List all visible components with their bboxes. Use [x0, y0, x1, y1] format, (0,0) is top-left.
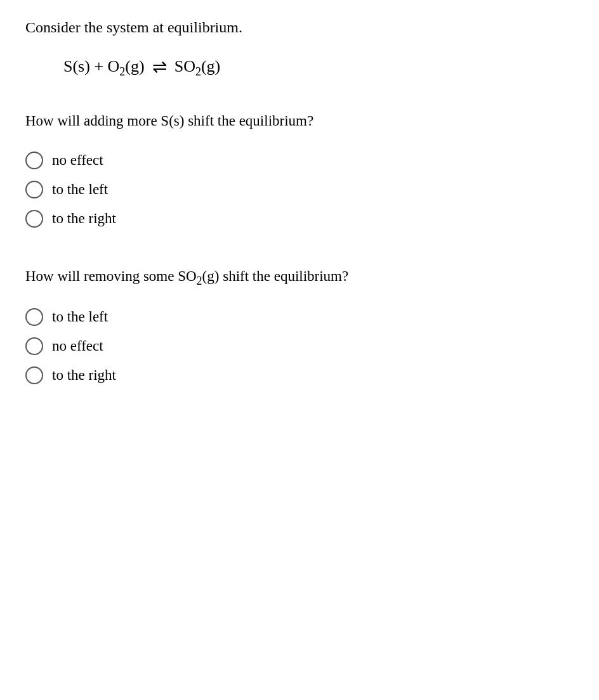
equilibrium-arrow: ⇌	[152, 56, 167, 77]
question2-text-sub: 2	[197, 274, 202, 287]
question2-options: to the left no effect to the right	[25, 308, 574, 384]
radio-right-q1[interactable]	[25, 210, 43, 228]
question2-option-1[interactable]: to the left	[25, 308, 574, 326]
question2-text-before: How will removing some SO	[25, 268, 197, 284]
radio-no-effect-q1[interactable]	[25, 152, 43, 169]
question1-text: How will adding more S(s) shift the equi…	[25, 110, 574, 133]
equation-left: S(s) + O2(g)	[63, 57, 145, 79]
option-label-left-q1: to the left	[52, 181, 108, 198]
question1-option-3[interactable]: to the right	[25, 210, 574, 228]
question2-option-2[interactable]: no effect	[25, 337, 574, 355]
equation: S(s) + O2(g) ⇌ SO2(g)	[63, 55, 220, 79]
question1-section: How will adding more S(s) shift the equi…	[25, 110, 574, 228]
equation-block: S(s) + O2(g) ⇌ SO2(g)	[63, 55, 574, 79]
equation-right-sub: 2	[195, 65, 201, 78]
page-intro: Consider the system at equilibrium.	[25, 19, 574, 36]
radio-left-q2[interactable]	[25, 308, 43, 326]
option-label-right-q1: to the right	[52, 211, 116, 227]
question1-option-1[interactable]: no effect	[25, 152, 574, 169]
option-label-left-q2: to the left	[52, 309, 108, 325]
question2-text: How will removing some SO2(g) shift the …	[25, 266, 574, 290]
radio-left-q1[interactable]	[25, 181, 43, 198]
equation-left-sub: 2	[119, 65, 125, 78]
question1-options: no effect to the left to the right	[25, 152, 574, 228]
question2-section: How will removing some SO2(g) shift the …	[25, 266, 574, 385]
option-label-right-q2: to the right	[52, 367, 116, 384]
question2-option-3[interactable]: to the right	[25, 366, 574, 384]
radio-right-q2[interactable]	[25, 366, 43, 384]
question2-text-after: (g) shift the equilibrium?	[202, 268, 349, 284]
question1-option-2[interactable]: to the left	[25, 181, 574, 198]
radio-no-effect-q2[interactable]	[25, 337, 43, 355]
option-label-no-effect-q1: no effect	[52, 152, 103, 169]
option-label-no-effect-q2: no effect	[52, 338, 103, 354]
equation-right: SO2(g)	[174, 57, 221, 79]
